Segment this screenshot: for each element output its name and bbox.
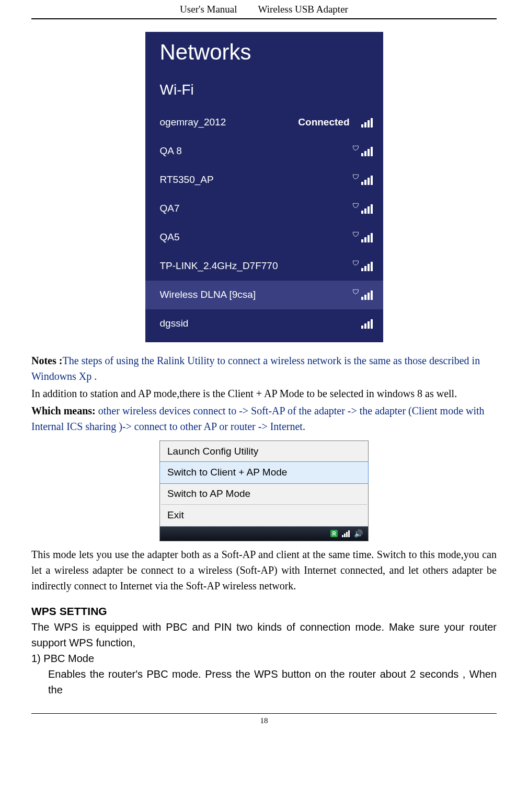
body-text-block: Notes :The steps of using the Ralink Uti… xyxy=(31,353,497,434)
context-menu-item[interactable]: Exit xyxy=(160,505,368,526)
which-label: Which means: xyxy=(31,405,96,416)
signal-icon xyxy=(361,318,373,329)
network-name: TP-LINK_2.4GHz_D7F770 xyxy=(160,259,352,274)
header-right: Wireless USB Adapter xyxy=(258,4,348,15)
network-name: QA5 xyxy=(160,230,352,245)
network-name: Wireless DLNA [9csa] xyxy=(160,287,352,303)
network-name: dgssid xyxy=(160,316,361,331)
network-name: QA7 xyxy=(160,201,352,216)
network-row[interactable]: ogemray_2012Connected xyxy=(145,108,383,137)
lock-shield-icon: 🛡 xyxy=(352,143,359,154)
context-menu-item[interactable]: Switch to Client + AP Mode xyxy=(159,461,369,484)
network-name: RT5350_AP xyxy=(160,172,352,188)
signal-icon: 🛡 xyxy=(352,232,373,242)
wps-heading: WPS SETTING xyxy=(31,603,497,620)
context-menu: Launch Config UtilitySwitch to Client + … xyxy=(159,440,369,541)
network-list: ogemray_2012ConnectedQA 8🛡RT5350_AP🛡QA7🛡… xyxy=(145,108,383,338)
context-menu-item[interactable]: Launch Config Utility xyxy=(160,441,368,462)
network-row[interactable]: QA 8🛡 xyxy=(145,137,383,166)
context-menu-item[interactable]: Switch to AP Mode xyxy=(160,483,368,505)
network-row[interactable]: QA7🛡 xyxy=(145,194,383,223)
lock-shield-icon: 🛡 xyxy=(352,229,359,240)
signal-icon: 🛡 xyxy=(352,261,373,271)
wifi-heading: Wi-Fi xyxy=(160,79,383,101)
signal-icon: 🛡 xyxy=(352,289,373,300)
network-row[interactable]: Wireless DLNA [9csa]🛡 xyxy=(145,281,383,309)
notes-label: Notes : xyxy=(31,355,62,366)
taskbar: R 🔊 xyxy=(160,526,368,541)
lock-shield-icon: 🛡 xyxy=(352,287,359,297)
after-menu-paragraph: This mode lets you use the adapter both … xyxy=(31,547,497,594)
page-header: User's ManualWireless USB Adapter xyxy=(31,2,497,19)
signal-tray-icon[interactable] xyxy=(342,530,350,537)
network-row[interactable]: RT5350_AP🛡 xyxy=(145,166,383,194)
networks-title: Networks xyxy=(160,41,383,63)
wps-pbc-text: Enables the router's PBC mode. Press the… xyxy=(48,666,497,698)
connected-label: Connected xyxy=(298,115,349,130)
network-row[interactable]: dgssid xyxy=(145,309,383,338)
sound-tray-icon[interactable]: 🔊 xyxy=(354,528,363,539)
lock-shield-icon: 🛡 xyxy=(352,172,359,182)
signal-icon: 🛡 xyxy=(352,146,373,156)
page-number: 18 xyxy=(31,713,497,727)
network-row[interactable]: QA5🛡 xyxy=(145,223,383,252)
notes-text: The steps of using the Ralink Utility to… xyxy=(31,355,480,382)
lock-shield-icon: 🛡 xyxy=(352,258,359,269)
wps-pbc-label: 1) PBC Mode xyxy=(31,651,497,666)
header-left: User's Manual xyxy=(180,4,237,15)
networks-panel: Networks Wi-Fi ogemray_2012ConnectedQA 8… xyxy=(145,32,383,342)
ralink-tray-icon[interactable]: R xyxy=(330,530,338,537)
signal-icon: 🛡 xyxy=(352,203,373,214)
network-row[interactable]: TP-LINK_2.4GHz_D7F770🛡 xyxy=(145,252,383,281)
lock-shield-icon: 🛡 xyxy=(352,201,359,211)
which-text: other wireless devices connect to -> Sof… xyxy=(31,405,485,432)
network-name: ogemray_2012 xyxy=(160,115,299,130)
addition-text: In addition to station and AP mode,there… xyxy=(31,386,497,401)
signal-icon xyxy=(361,117,373,127)
signal-icon: 🛡 xyxy=(352,175,373,185)
wps-paragraph-1: The WPS is equipped with PBC and PIN two… xyxy=(31,619,497,651)
network-name: QA 8 xyxy=(160,144,352,159)
